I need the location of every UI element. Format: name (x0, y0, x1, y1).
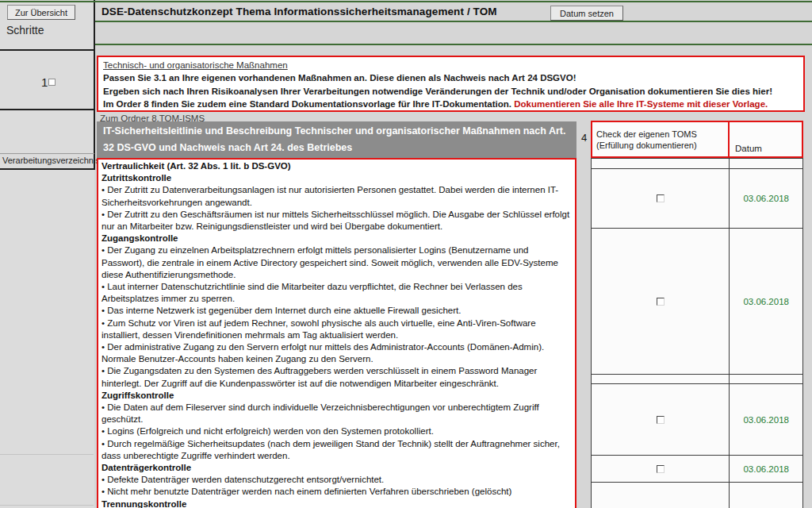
date-cell: 03.06.2018 (730, 456, 802, 482)
instruction-box: Technisch- und organisatorische Maßnahme… (97, 56, 805, 112)
step-1-marker: 1 (41, 75, 56, 89)
gridline (0, 49, 94, 51)
checkbox-cell (592, 229, 730, 374)
back-button[interactable]: Zur Übersicht (7, 5, 75, 20)
date-value: 03.06.2018 (743, 194, 789, 203)
steps-label: Schritte (6, 24, 44, 37)
sidebar-divider (94, 0, 95, 170)
row-border (95, 44, 812, 45)
content-area: Vertraulichkeit (Art. 32 Abs. 1 lit. b D… (97, 158, 576, 508)
instruction-warning: Dokumentieren Sie alle Ihre IT-Systeme m… (514, 99, 768, 109)
instruction-link[interactable]: Technisch- und organisatorische Maßnahme… (103, 60, 288, 70)
step-1-number: 1 (41, 75, 48, 89)
content-heading: Trennungskontrolle (102, 498, 572, 508)
instruction-line: Ergeben sich nach Ihren Risikoanalysen I… (103, 85, 799, 98)
check-column-header-line: Check der eigenen TOMS (596, 129, 724, 140)
checkbox-cell (592, 384, 730, 455)
spacer-row (591, 375, 803, 384)
check-column-header-line: (Erfüllung dokumentieren) (596, 140, 724, 151)
content-bullet: • Die Zugangsdaten zu den Systemen des A… (102, 365, 572, 389)
gridline (0, 109, 94, 110)
content-bullet: • Die Daten auf dem Fileserver sind durc… (102, 402, 572, 425)
check-row: 03.06.2018 (591, 229, 803, 375)
content-bullet: • Defekte Datenträger werden datenschutz… (102, 474, 572, 486)
checkbox-cell (592, 456, 730, 482)
date-cell: 03.06.2018 (730, 169, 802, 228)
spacer-row (591, 483, 803, 508)
gridline (0, 168, 94, 170)
content-heading: Zugangskontrolle (102, 233, 572, 244)
check-row: 03.06.2018 (591, 384, 803, 456)
checkbox-cell (592, 159, 730, 168)
content-heading: Vertraulichkeit (Art. 32 Abs. 1 lit. b D… (102, 160, 572, 172)
checkbox-cell (592, 169, 730, 228)
content-bullet: • Durch regelmäßige Sicherheitsupdates (… (102, 438, 572, 462)
date-value: 03.06.2018 (743, 415, 789, 425)
instruction-line: Passen Sie 3.1 an Ihre eigenen vorhanden… (103, 71, 799, 84)
page-title: DSE-Datenschutzkonzept Thema Information… (102, 6, 497, 17)
step-1-checkbox[interactable] (48, 79, 56, 86)
date-value: 03.06.2018 (743, 297, 789, 306)
date-cell (730, 159, 802, 168)
content-heading: Zugriffskontrolle (102, 390, 572, 402)
top-border (0, 1, 812, 2)
sidebar-item-verarbeitungsverzeichnis[interactable]: Verarbeitungsverzeichnis (2, 156, 100, 165)
section-header: IT-Sicherheitsleitlinie und Beschreibung… (97, 121, 576, 158)
date-cell (730, 483, 802, 508)
content-bullet: • Nicht mehr benutzte Datenträger werden… (102, 486, 572, 498)
check-rows: 03.06.201803.06.201803.06.201803.06.2018 (591, 158, 803, 508)
content-bullet: • Der Zutritt zu Datenverarbeitungsanlag… (102, 184, 572, 208)
date-cell: 03.06.2018 (730, 384, 802, 455)
content-bullet: • Logins (Erfolgreich und nicht erfolgre… (102, 425, 572, 437)
gridline (0, 153, 94, 154)
content-heading: Zutrittskontrolle (102, 172, 572, 184)
checkbox-cell (592, 375, 730, 383)
date-column-header: Datum (730, 121, 803, 158)
content-bullet: • Das interne Netzwerk ist gegenüber dem… (102, 305, 572, 317)
content-heading: Datenträgerkontrolle (102, 462, 572, 474)
gridline (0, 454, 94, 455)
tom-checkbox[interactable] (657, 465, 665, 473)
content-bullet: • Laut interner Datenschutzrichtlinie si… (102, 281, 572, 305)
check-column-header: Check der eigenen TOMS (Erfüllung dokume… (591, 121, 730, 158)
tom-checkbox[interactable] (657, 298, 665, 306)
content-bullet: • Der Zutritt zu den Geschäftsräumen ist… (102, 209, 572, 233)
spacer-row (591, 159, 803, 169)
check-row: 03.06.2018 (591, 169, 803, 229)
set-date-button[interactable]: Datum setzen (550, 6, 623, 21)
step-4-number: 4 (577, 132, 591, 144)
check-row: 03.06.2018 (591, 456, 803, 483)
tom-checkbox[interactable] (657, 416, 665, 424)
date-value: 03.06.2018 (743, 464, 789, 474)
title-underline (95, 21, 812, 22)
check-panel-header: Check der eigenen TOMS (Erfüllung dokume… (591, 121, 803, 158)
content-bullet: • Der administrative Zugang zu den Serve… (102, 341, 572, 365)
date-cell: 03.06.2018 (730, 229, 802, 374)
date-cell (730, 375, 802, 383)
instruction-line: Im Order 8 finden Sie zudem eine Standar… (103, 99, 511, 109)
checkbox-cell (592, 483, 730, 508)
gridline (0, 505, 94, 506)
content-bullet: • Der Zugang zu einzelnen Arbeitsplatzre… (102, 244, 572, 281)
tom-checkbox[interactable] (657, 194, 665, 202)
content-bullet: • Zum Schutz vor Viren ist auf jedem Rec… (102, 318, 572, 341)
